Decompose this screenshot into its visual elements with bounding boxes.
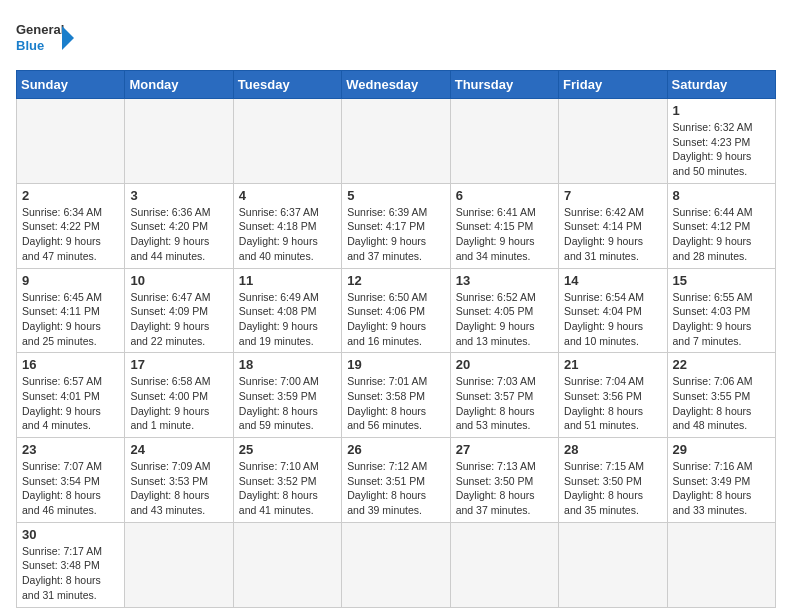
day-number: 1 [673, 103, 770, 118]
day-number: 3 [130, 188, 227, 203]
calendar-cell: 18Sunrise: 7:00 AM Sunset: 3:59 PM Dayli… [233, 353, 341, 438]
calendar-cell: 17Sunrise: 6:58 AM Sunset: 4:00 PM Dayli… [125, 353, 233, 438]
day-number: 27 [456, 442, 553, 457]
calendar-cell [559, 99, 667, 184]
day-info: Sunrise: 6:50 AM Sunset: 4:06 PM Dayligh… [347, 290, 444, 349]
day-info: Sunrise: 7:00 AM Sunset: 3:59 PM Dayligh… [239, 374, 336, 433]
day-info: Sunrise: 7:03 AM Sunset: 3:57 PM Dayligh… [456, 374, 553, 433]
calendar-cell: 27Sunrise: 7:13 AM Sunset: 3:50 PM Dayli… [450, 438, 558, 523]
svg-text:Blue: Blue [16, 38, 44, 53]
day-number: 25 [239, 442, 336, 457]
day-number: 13 [456, 273, 553, 288]
calendar-cell [125, 522, 233, 607]
svg-text:General: General [16, 22, 64, 37]
calendar-week-row: 30Sunrise: 7:17 AM Sunset: 3:48 PM Dayli… [17, 522, 776, 607]
calendar-cell [450, 522, 558, 607]
day-info: Sunrise: 7:06 AM Sunset: 3:55 PM Dayligh… [673, 374, 770, 433]
day-info: Sunrise: 6:41 AM Sunset: 4:15 PM Dayligh… [456, 205, 553, 264]
day-number: 19 [347, 357, 444, 372]
calendar-cell: 12Sunrise: 6:50 AM Sunset: 4:06 PM Dayli… [342, 268, 450, 353]
calendar-cell: 14Sunrise: 6:54 AM Sunset: 4:04 PM Dayli… [559, 268, 667, 353]
day-number: 22 [673, 357, 770, 372]
calendar-cell: 19Sunrise: 7:01 AM Sunset: 3:58 PM Dayli… [342, 353, 450, 438]
day-number: 2 [22, 188, 119, 203]
day-number: 10 [130, 273, 227, 288]
calendar-cell [17, 99, 125, 184]
day-info: Sunrise: 6:54 AM Sunset: 4:04 PM Dayligh… [564, 290, 661, 349]
calendar-cell: 6Sunrise: 6:41 AM Sunset: 4:15 PM Daylig… [450, 183, 558, 268]
calendar-cell: 26Sunrise: 7:12 AM Sunset: 3:51 PM Dayli… [342, 438, 450, 523]
calendar-cell: 1Sunrise: 6:32 AM Sunset: 4:23 PM Daylig… [667, 99, 775, 184]
column-header-monday: Monday [125, 71, 233, 99]
calendar-cell: 10Sunrise: 6:47 AM Sunset: 4:09 PM Dayli… [125, 268, 233, 353]
day-info: Sunrise: 6:57 AM Sunset: 4:01 PM Dayligh… [22, 374, 119, 433]
calendar-cell [559, 522, 667, 607]
calendar-cell: 29Sunrise: 7:16 AM Sunset: 3:49 PM Dayli… [667, 438, 775, 523]
column-header-sunday: Sunday [17, 71, 125, 99]
day-number: 12 [347, 273, 444, 288]
day-info: Sunrise: 6:36 AM Sunset: 4:20 PM Dayligh… [130, 205, 227, 264]
column-header-saturday: Saturday [667, 71, 775, 99]
calendar-cell: 2Sunrise: 6:34 AM Sunset: 4:22 PM Daylig… [17, 183, 125, 268]
day-info: Sunrise: 6:37 AM Sunset: 4:18 PM Dayligh… [239, 205, 336, 264]
day-number: 9 [22, 273, 119, 288]
calendar-week-row: 9Sunrise: 6:45 AM Sunset: 4:11 PM Daylig… [17, 268, 776, 353]
day-info: Sunrise: 6:34 AM Sunset: 4:22 PM Dayligh… [22, 205, 119, 264]
day-info: Sunrise: 7:07 AM Sunset: 3:54 PM Dayligh… [22, 459, 119, 518]
column-header-friday: Friday [559, 71, 667, 99]
calendar-week-row: 23Sunrise: 7:07 AM Sunset: 3:54 PM Dayli… [17, 438, 776, 523]
day-info: Sunrise: 6:32 AM Sunset: 4:23 PM Dayligh… [673, 120, 770, 179]
calendar-cell [342, 99, 450, 184]
calendar-cell [667, 522, 775, 607]
calendar-cell [233, 522, 341, 607]
day-info: Sunrise: 7:15 AM Sunset: 3:50 PM Dayligh… [564, 459, 661, 518]
day-number: 23 [22, 442, 119, 457]
column-header-tuesday: Tuesday [233, 71, 341, 99]
calendar-cell: 8Sunrise: 6:44 AM Sunset: 4:12 PM Daylig… [667, 183, 775, 268]
day-number: 18 [239, 357, 336, 372]
day-number: 17 [130, 357, 227, 372]
day-number: 20 [456, 357, 553, 372]
day-number: 16 [22, 357, 119, 372]
logo: GeneralBlue [16, 16, 76, 60]
day-info: Sunrise: 6:39 AM Sunset: 4:17 PM Dayligh… [347, 205, 444, 264]
day-number: 8 [673, 188, 770, 203]
calendar-cell: 21Sunrise: 7:04 AM Sunset: 3:56 PM Dayli… [559, 353, 667, 438]
calendar-table: SundayMondayTuesdayWednesdayThursdayFrid… [16, 70, 776, 608]
calendar-cell: 24Sunrise: 7:09 AM Sunset: 3:53 PM Dayli… [125, 438, 233, 523]
day-info: Sunrise: 6:55 AM Sunset: 4:03 PM Dayligh… [673, 290, 770, 349]
calendar-cell: 25Sunrise: 7:10 AM Sunset: 3:52 PM Dayli… [233, 438, 341, 523]
calendar-week-row: 16Sunrise: 6:57 AM Sunset: 4:01 PM Dayli… [17, 353, 776, 438]
calendar-cell: 16Sunrise: 6:57 AM Sunset: 4:01 PM Dayli… [17, 353, 125, 438]
day-number: 4 [239, 188, 336, 203]
day-number: 21 [564, 357, 661, 372]
day-number: 26 [347, 442, 444, 457]
day-number: 24 [130, 442, 227, 457]
svg-marker-2 [62, 26, 74, 50]
calendar-cell: 13Sunrise: 6:52 AM Sunset: 4:05 PM Dayli… [450, 268, 558, 353]
calendar-header-row: SundayMondayTuesdayWednesdayThursdayFrid… [17, 71, 776, 99]
day-info: Sunrise: 6:47 AM Sunset: 4:09 PM Dayligh… [130, 290, 227, 349]
day-info: Sunrise: 7:17 AM Sunset: 3:48 PM Dayligh… [22, 544, 119, 603]
column-header-thursday: Thursday [450, 71, 558, 99]
page-header: GeneralBlue [16, 16, 776, 60]
day-number: 11 [239, 273, 336, 288]
calendar-cell: 22Sunrise: 7:06 AM Sunset: 3:55 PM Dayli… [667, 353, 775, 438]
day-info: Sunrise: 7:10 AM Sunset: 3:52 PM Dayligh… [239, 459, 336, 518]
calendar-cell: 28Sunrise: 7:15 AM Sunset: 3:50 PM Dayli… [559, 438, 667, 523]
calendar-cell [125, 99, 233, 184]
calendar-cell: 4Sunrise: 6:37 AM Sunset: 4:18 PM Daylig… [233, 183, 341, 268]
day-info: Sunrise: 7:09 AM Sunset: 3:53 PM Dayligh… [130, 459, 227, 518]
calendar-cell: 7Sunrise: 6:42 AM Sunset: 4:14 PM Daylig… [559, 183, 667, 268]
calendar-cell [233, 99, 341, 184]
calendar-cell: 5Sunrise: 6:39 AM Sunset: 4:17 PM Daylig… [342, 183, 450, 268]
calendar-week-row: 1Sunrise: 6:32 AM Sunset: 4:23 PM Daylig… [17, 99, 776, 184]
calendar-cell [450, 99, 558, 184]
calendar-cell: 23Sunrise: 7:07 AM Sunset: 3:54 PM Dayli… [17, 438, 125, 523]
day-number: 14 [564, 273, 661, 288]
day-info: Sunrise: 6:45 AM Sunset: 4:11 PM Dayligh… [22, 290, 119, 349]
day-info: Sunrise: 7:04 AM Sunset: 3:56 PM Dayligh… [564, 374, 661, 433]
calendar-cell: 11Sunrise: 6:49 AM Sunset: 4:08 PM Dayli… [233, 268, 341, 353]
calendar-cell: 9Sunrise: 6:45 AM Sunset: 4:11 PM Daylig… [17, 268, 125, 353]
day-info: Sunrise: 6:58 AM Sunset: 4:00 PM Dayligh… [130, 374, 227, 433]
